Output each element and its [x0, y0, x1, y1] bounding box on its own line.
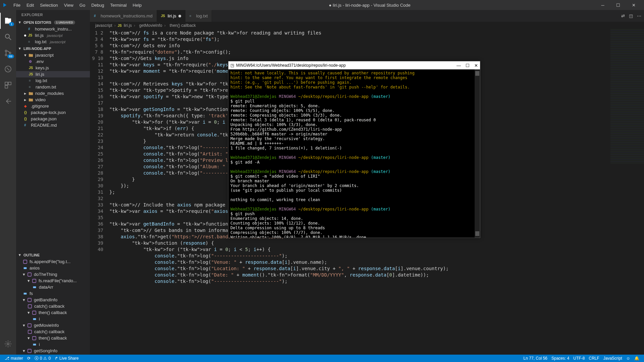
terminal-scrollbar[interactable] [475, 69, 480, 238]
editor-tab[interactable]: #homework_instructions.md [90, 10, 157, 22]
svg-rect-13 [28, 273, 32, 276]
outline-item[interactable]: ▾ then() callback [16, 309, 90, 316]
cursor-position[interactable]: Ln 77, Col 56 [522, 356, 549, 361]
file-tree-item[interactable]: {}package.json [16, 116, 90, 122]
file-tree-item[interactable]: ▾ javascript [16, 52, 90, 58]
breadcrumb-item[interactable]: getMovieInfo [139, 23, 162, 28]
svg-rect-18 [28, 304, 32, 308]
terminal-output[interactable]: hint: not have locally. This is usually … [228, 69, 480, 238]
outline-item[interactable]: catch() callback [16, 303, 90, 309]
eol[interactable]: CRLF [587, 356, 601, 361]
svg-rect-15 [33, 286, 36, 288]
git-branch[interactable]: ⎇ master [3, 356, 25, 361]
more-icon[interactable]: ⋯ [637, 13, 641, 18]
encoding[interactable]: UTF-8 [571, 356, 587, 361]
terminal-titlebar[interactable]: ◳ MINGW64:/c/Users/Webhead371/desktop/re… [228, 61, 480, 69]
minimize-button[interactable]: ─ [595, 0, 610, 10]
menu-help[interactable]: Help [130, 1, 145, 9]
open-editors-label: OPEN EDITORS [23, 20, 51, 24]
terminal-maximize-button[interactable]: ☐ [466, 63, 470, 68]
explorer-view-icon[interactable]: 1 [0, 13, 16, 29]
liveshare-view-icon[interactable] [0, 93, 16, 109]
open-editor-item[interactable]: #homework_instru... [16, 26, 90, 32]
minimap[interactable] [610, 29, 644, 163]
menu-terminal[interactable]: Terminal [107, 1, 129, 9]
editor-tab[interactable]: ≡log.txt [185, 10, 212, 22]
file-tree-item[interactable]: ⚙.env [16, 58, 90, 65]
project-header[interactable]: ▾ LIRI-NODE-APP [16, 46, 90, 51]
file-tree-item[interactable]: ▸ video [16, 97, 90, 103]
menu-edit[interactable]: Edit [24, 1, 37, 9]
vscode-icon [3, 2, 8, 8]
svg-rect-21 [28, 323, 32, 327]
svg-rect-11 [23, 260, 27, 263]
file-tree-item[interactable]: JSkeys.js [16, 65, 90, 71]
extensions-view-icon[interactable] [0, 77, 16, 93]
menu-selection[interactable]: Selection [37, 1, 60, 9]
language-mode[interactable]: JavaScript [601, 356, 624, 361]
outline-label: OUTLINE [23, 253, 40, 257]
terminal-minimize-button[interactable]: — [457, 63, 461, 68]
open-editors-header[interactable]: ▾ OPEN EDITORS 1 UNSAVED [16, 19, 90, 25]
outline-header[interactable]: ▾ OUTLINE [16, 252, 90, 258]
compare-icon[interactable]: ⇄ [621, 13, 625, 18]
liveshare-status[interactable]: ↱ Live Share [53, 356, 80, 361]
outline-item[interactable]: ▾ getBandInfo [16, 297, 90, 303]
outline-item[interactable]: i [16, 341, 90, 348]
settings-icon[interactable] [0, 336, 16, 352]
svg-point-3 [5, 54, 7, 56]
sidebar: EXPLORER ▾ OPEN EDITORS 1 UNSAVED #homew… [16, 10, 90, 355]
outline-item[interactable]: ▾ fs.readFile("rando... [16, 278, 90, 284]
outline-item[interactable]: ▾ getMovieInfo [16, 322, 90, 328]
project-label: LIRI-NODE-APP [23, 47, 51, 51]
outline-item[interactable]: i [16, 316, 90, 322]
terminal-window: ◳ MINGW64:/c/Users/Webhead371/desktop/re… [228, 61, 480, 238]
scm-view-icon[interactable]: 69 [0, 45, 16, 61]
debug-view-icon[interactable] [0, 61, 16, 77]
svg-point-2 [5, 50, 7, 52]
indent[interactable]: Spaces: 4 [549, 356, 571, 361]
close-button[interactable]: ✕ [626, 0, 641, 10]
outline-item[interactable]: fs.appendFile("log.t... [16, 258, 90, 265]
sync-button[interactable]: ⟳ [25, 356, 33, 361]
outline-item[interactable]: fs [16, 290, 90, 297]
menu-go[interactable]: Go [77, 1, 88, 9]
breadcrumb-item[interactable]: javascript [95, 23, 112, 28]
outline-item[interactable]: ▾ doTheThing [16, 271, 90, 278]
svg-rect-22 [28, 330, 32, 334]
svg-rect-17 [28, 298, 32, 302]
open-editor-item[interactable]: JSliri.jsjavascript [16, 32, 90, 39]
open-editor-item[interactable]: ≡log.txtjavascript [16, 39, 90, 45]
file-tree-item[interactable]: ▸ node_modules [16, 90, 90, 97]
editor-tab[interactable]: JSliri.js [157, 10, 185, 22]
unsaved-badge: 1 UNSAVED [54, 20, 75, 24]
file-tree-item[interactable]: ≡random.txt [16, 84, 90, 90]
outline-item[interactable]: axios [16, 265, 90, 271]
menu-file[interactable]: File [11, 1, 23, 9]
problems[interactable]: ⓧ 0 ⚠ 0 [33, 356, 53, 361]
outline-item[interactable]: ▾ then() callback [16, 335, 90, 341]
search-view-icon[interactable] [0, 29, 16, 45]
outline-item[interactable]: catch() callback [16, 328, 90, 335]
file-tree-item[interactable]: #README.md [16, 122, 90, 128]
notifications-icon[interactable]: 🔔 [632, 356, 641, 361]
menu-debug[interactable]: Debug [89, 1, 107, 9]
file-tree-item[interactable]: {}package-lock.json [16, 109, 90, 116]
file-tree-item[interactable]: ≡log.txt [16, 77, 90, 84]
split-editor-icon[interactable]: ◫ [629, 13, 633, 18]
maximize-button[interactable]: ☐ [610, 0, 626, 10]
file-tree-item[interactable]: ◆.gitignore [16, 103, 90, 109]
file-tree-item[interactable]: JSliri.js [16, 71, 90, 77]
feedback-icon[interactable]: ☺ [624, 356, 632, 361]
svg-point-10 [7, 343, 9, 345]
outline-item[interactable]: dataArr [16, 284, 90, 290]
breadcrumb-item[interactable]: then() callback [170, 23, 196, 28]
breadcrumb[interactable]: javascript›JSliri.js›getMovieInfo›then()… [90, 22, 644, 29]
breadcrumb-item[interactable]: liri.js [124, 23, 132, 28]
svg-rect-14 [33, 279, 36, 283]
outline-item[interactable]: ▾ getSongInfo [16, 348, 90, 354]
terminal-icon: ◳ [230, 63, 234, 68]
terminal-close-button[interactable]: ✕ [474, 63, 478, 68]
line-numbers: 1 2 3 4 5 6 7 8 9 10 11 12 13 14 15 16 1… [90, 29, 109, 355]
menu-view[interactable]: View [61, 1, 76, 9]
